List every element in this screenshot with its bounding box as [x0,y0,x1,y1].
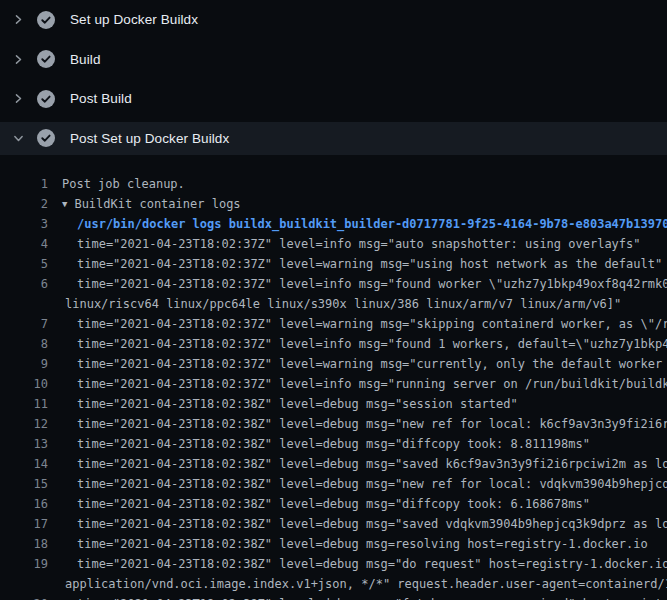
collapse-triangle-icon[interactable]: ▼ [62,194,67,214]
log-line: 10time="2021-04-23T18:02:37Z" level=info… [0,374,667,394]
log-line: 14time="2021-04-23T18:02:38Z" level=debu… [0,454,667,474]
log-line: 5time="2021-04-23T18:02:37Z" level=warni… [0,254,667,274]
log-line-number[interactable]: 7 [0,314,48,334]
chevron-down-icon[interactable] [10,130,26,146]
log-line: 19time="2021-04-23T18:02:38Z" level=debu… [0,554,667,574]
chevron-right-icon[interactable] [10,51,26,67]
log-line: 2▼BuildKit container logs [0,194,667,214]
step-label: Post Set up Docker Buildx [70,131,229,146]
log-text: time="2021-04-23T18:02:38Z" level=debug … [77,394,518,414]
step-row-set-up-docker-buildx[interactable]: Set up Docker Buildx [0,0,667,40]
step-label: Post Build [70,91,132,106]
log-command-text: /usr/bin/docker logs buildx_buildkit_bui… [77,214,667,234]
log-text: time="2021-04-23T18:02:38Z" level=debug … [77,494,590,514]
log-line: 20time="2021-04-23T18:02:38Z" level=debu… [0,594,667,600]
log-line-number[interactable]: 17 [0,514,48,534]
chevron-right-icon[interactable] [10,12,26,28]
log-line-number[interactable]: 16 [0,494,48,514]
log-line-number[interactable]: 10 [0,374,48,394]
log-text: time="2021-04-23T18:02:38Z" level=debug … [77,454,667,474]
log-text: Post job cleanup. [62,174,185,194]
log-line: 4time="2021-04-23T18:02:37Z" level=info … [0,234,667,254]
log-text: time="2021-04-23T18:02:37Z" level=warnin… [77,254,662,274]
log-line: 8time="2021-04-23T18:02:37Z" level=info … [0,334,667,354]
log-text: time="2021-04-23T18:02:38Z" level=debug … [77,534,648,554]
log-line-number[interactable]: 14 [0,454,48,474]
chevron-right-icon[interactable] [10,91,26,107]
log-line: 1Post job cleanup. [0,174,667,194]
step-label: Set up Docker Buildx [70,12,198,27]
log-line-number[interactable]: 3 [0,214,48,234]
log-line-number[interactable]: 6 [0,274,48,294]
check-circle-icon [37,90,55,108]
log-line: 18time="2021-04-23T18:02:38Z" level=debu… [0,534,667,554]
log-viewer: 1Post job cleanup.2▼BuildKit container l… [0,158,667,600]
log-line-number[interactable]: 15 [0,474,48,494]
log-line-number[interactable]: 18 [0,534,48,554]
log-text: time="2021-04-23T18:02:38Z" level=debug … [77,474,667,494]
log-line-number[interactable]: 19 [0,554,48,574]
log-line-number[interactable]: 1 [0,174,48,194]
log-text: time="2021-04-23T18:02:37Z" level=info m… [77,234,641,254]
log-line: 11time="2021-04-23T18:02:38Z" level=debu… [0,394,667,414]
log-text: time="2021-04-23T18:02:38Z" level=debug … [77,594,667,600]
log-line-number[interactable]: 13 [0,434,48,454]
log-text: time="2021-04-23T18:02:37Z" level=warnin… [77,354,667,374]
log-line: 15time="2021-04-23T18:02:38Z" level=debu… [0,474,667,494]
log-text[interactable]: ▼BuildKit container logs [62,194,241,214]
log-text: time="2021-04-23T18:02:37Z" level=info m… [77,374,667,394]
log-line: 7time="2021-04-23T18:02:37Z" level=warni… [0,314,667,334]
steps-list: Set up Docker Buildx Build Post Build Po… [0,0,667,155]
log-line-number[interactable]: 11 [0,394,48,414]
log-line-number[interactable]: 5 [0,254,48,274]
log-line-number[interactable]: 2 [0,194,48,214]
log-text: time="2021-04-23T18:02:38Z" level=debug … [77,434,590,454]
log-line: 9time="2021-04-23T18:02:37Z" level=warni… [0,354,667,374]
log-line: 13time="2021-04-23T18:02:38Z" level=debu… [0,434,667,454]
step-row-post-set-up-docker-buildx[interactable]: Post Set up Docker Buildx [0,122,667,155]
log-line-continuation: linux/riscv64 linux/ppc64le linux/s390x … [0,294,667,314]
log-line: 17time="2021-04-23T18:02:38Z" level=debu… [0,514,667,534]
log-line: 16time="2021-04-23T18:02:38Z" level=debu… [0,494,667,514]
log-text: time="2021-04-23T18:02:38Z" level=debug … [77,414,667,434]
log-line-number[interactable]: 8 [0,334,48,354]
log-line: 6time="2021-04-23T18:02:37Z" level=info … [0,274,667,294]
log-line-number[interactable]: 9 [0,354,48,374]
log-text: application/vnd.oci.image.index.v1+json,… [65,574,667,594]
log-line: 12time="2021-04-23T18:02:38Z" level=debu… [0,414,667,434]
log-text: time="2021-04-23T18:02:37Z" level=info m… [77,274,667,294]
check-circle-icon [37,129,55,147]
check-circle-icon [37,50,55,68]
step-row-build[interactable]: Build [0,40,667,80]
step-label: Build [70,52,101,67]
check-circle-icon [37,11,55,29]
log-line-number[interactable]: 20 [0,594,48,600]
log-line-number[interactable]: 4 [0,234,48,254]
log-text: time="2021-04-23T18:02:38Z" level=debug … [77,554,667,574]
log-line: 3/usr/bin/docker logs buildx_buildkit_bu… [0,214,667,234]
log-line-number[interactable]: 12 [0,414,48,434]
log-line-continuation: application/vnd.oci.image.index.v1+json,… [0,574,667,594]
log-text: time="2021-04-23T18:02:38Z" level=debug … [77,514,667,534]
log-text: linux/riscv64 linux/ppc64le linux/s390x … [65,294,621,314]
step-row-post-build[interactable]: Post Build [0,79,667,119]
log-text: time="2021-04-23T18:02:37Z" level=warnin… [77,314,667,334]
log-text: time="2021-04-23T18:02:37Z" level=info m… [77,334,667,354]
